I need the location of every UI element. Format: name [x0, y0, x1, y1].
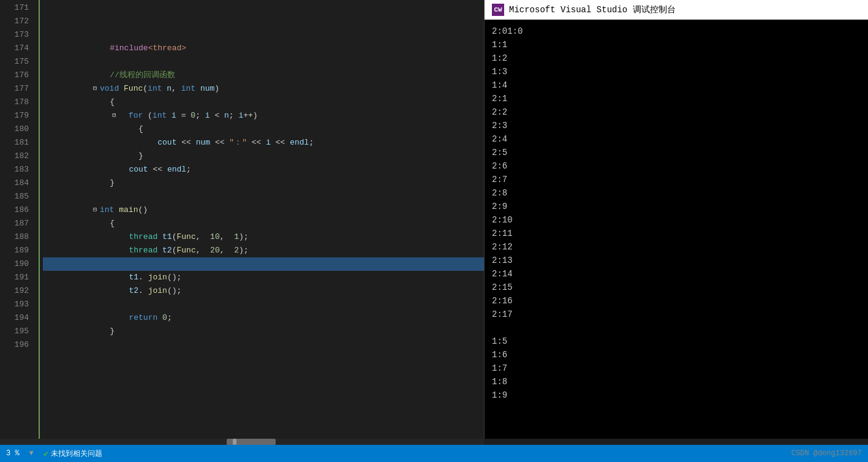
code-line-189	[43, 244, 484, 257]
code-line-194: }	[43, 311, 484, 325]
main-area: 171 172 173 174 175 176 177 178 179 180 …	[0, 0, 868, 439]
console-line-19: 2:15	[492, 281, 861, 294]
console-line-10: 2:6	[492, 159, 861, 173]
code-line-184	[43, 176, 484, 190]
code-line-174	[43, 42, 484, 55]
console-line-1: 1:1	[492, 38, 861, 51]
console-line-26: 1:9	[492, 388, 861, 402]
console-icon-text: CW	[494, 6, 502, 13]
zoom-level[interactable]: 3 %	[6, 449, 20, 458]
console-line-0: 2:01:0	[492, 25, 861, 38]
console-line-17: 2:13	[492, 254, 861, 267]
console-app-icon: CW	[492, 4, 504, 16]
code-line-193: return 0;	[43, 298, 484, 311]
check-icon: ✔	[43, 449, 48, 459]
console-line-11: 2:7	[492, 173, 861, 186]
code-line-180: cout << num << "：" << i << endl;	[43, 123, 484, 136]
code-line-181: }	[43, 136, 484, 150]
console-title-bar: CW Microsoft Visual Studio 调试控制台	[485, 0, 868, 20]
code-line-171	[43, 1, 484, 15]
console-line-25: 1:8	[492, 375, 861, 388]
zoom-dropdown-icon[interactable]: ▼	[29, 449, 34, 458]
console-output: 2:01:0 1:1 1:2 1:3 1:4 2:1 2:2 2:3 2:4 2…	[485, 20, 868, 439]
console-line-4: 1:4	[492, 78, 861, 92]
status-bar: 3 % ▼ ✔ 未找到相关问题 CSDN @dong132697	[0, 445, 868, 462]
editor-content: 171 172 173 174 175 176 177 178 179 180 …	[0, 0, 484, 439]
editor-scrollbar-area[interactable]	[0, 439, 868, 445]
code-line-177: {	[43, 82, 484, 96]
code-line-172	[43, 15, 484, 28]
code-line-187: thread t1(Func, 10, 1);	[43, 217, 484, 230]
console-line-5: 2:1	[492, 92, 861, 105]
console-line-13: 2:9	[492, 200, 861, 213]
code-line-179: {	[43, 109, 484, 123]
code-line-175: //线程的回调函数	[43, 55, 484, 69]
editor-panel: 171 172 173 174 175 176 177 178 179 180 …	[0, 0, 484, 439]
code-line-176: ⊟void Func(int n, int num)	[43, 69, 484, 82]
console-line-20: 2:16	[492, 294, 861, 308]
console-title: Microsoft Visual Studio 调试控制台	[509, 4, 676, 15]
code-area[interactable]: #include<thread> //线程的回调函数 ⊟void Func(in…	[40, 0, 484, 439]
code-line-190: t1. join();	[43, 257, 484, 271]
console-line-15: 2:11	[492, 227, 861, 240]
console-line-9: 2:5	[492, 146, 861, 159]
console-panel: CW Microsoft Visual Studio 调试控制台 2:01:0 …	[485, 0, 868, 439]
console-line-7: 2:3	[492, 119, 861, 132]
console-line-8: 2:4	[492, 132, 861, 146]
line-numbers: 171 172 173 174 175 176 177 178 179 180 …	[0, 0, 34, 439]
console-line-3: 1:3	[492, 65, 861, 78]
gutter	[34, 0, 40, 439]
console-line-2: 1:2	[492, 51, 861, 65]
code-line-183: }	[43, 163, 484, 176]
console-line-24: 1:7	[492, 362, 861, 375]
console-line-14: 2:10	[492, 213, 861, 227]
code-line-196	[43, 338, 484, 352]
console-line-23: 1:6	[492, 348, 861, 362]
code-line-192	[43, 284, 484, 298]
console-line-12: 2:8	[492, 186, 861, 200]
console-line-16: 2:12	[492, 240, 861, 254]
watermark: CSDN @dong132697	[791, 449, 862, 458]
code-line-195	[43, 325, 484, 338]
status-ok-section: ✔ 未找到相关问题	[43, 449, 102, 459]
console-line-6: 2:2	[492, 105, 861, 119]
code-line-178: ⊟ for (int i = 0; i < n; i++)	[43, 96, 484, 109]
code-line-191: t2. join();	[43, 271, 484, 284]
code-line-182: cout << endl;	[43, 150, 484, 163]
code-line-173: #include<thread>	[43, 28, 484, 42]
console-line-blank	[492, 321, 861, 335]
code-line-185: ⊟int main()	[43, 190, 484, 203]
status-message: 未找到相关问题	[51, 449, 102, 459]
code-line-188: thread t2(Func, 20, 2);	[43, 230, 484, 244]
code-line-186: {	[43, 203, 484, 217]
scrollbar-left-arrow[interactable]	[233, 439, 236, 445]
console-line-21: 2:17	[492, 308, 861, 321]
console-line-18: 2:14	[492, 267, 861, 281]
console-line-22: 1:5	[492, 335, 861, 348]
